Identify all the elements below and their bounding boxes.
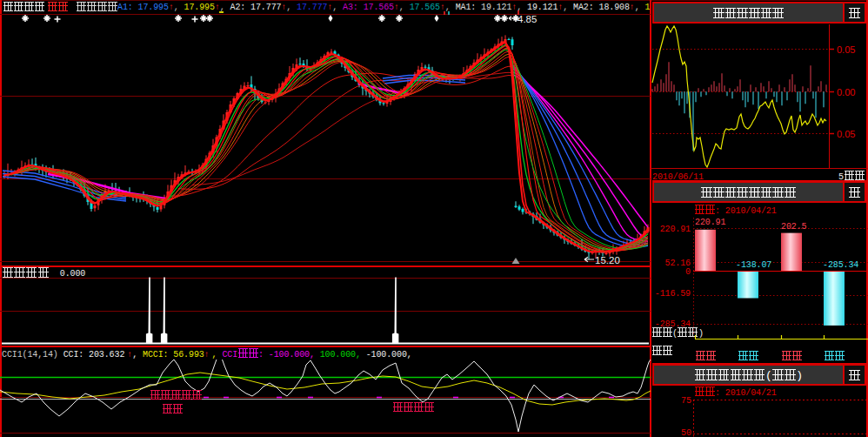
svg-text:4.85: 4.85 [517,14,537,24]
svg-text:0.00: 0.00 [837,87,855,97]
svg-text:15.20: 15.20 [595,255,620,266]
svg-text:0.05: 0.05 [837,129,855,139]
svg-text:0.05: 0.05 [837,44,855,55]
